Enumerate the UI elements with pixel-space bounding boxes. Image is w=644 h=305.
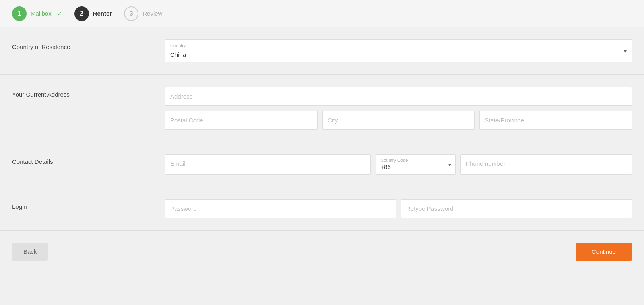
login-content <box>165 199 632 218</box>
contact-details-content: Country Code +86 ▾ +86 China +1 USA +44 … <box>165 154 632 175</box>
contact-inner-row: Country Code +86 ▾ +86 China +1 USA +44 … <box>165 154 632 175</box>
country-select-wrapper[interactable]: Country China United States United Kingd… <box>165 39 632 62</box>
contact-details-row: Contact Details Country Code +86 ▾ +86 C… <box>0 142 644 187</box>
country-code-wrapper[interactable]: Country Code +86 ▾ +86 China +1 USA +44 … <box>376 154 456 175</box>
country-of-residence-label: Country of Residence <box>12 39 165 50</box>
postal-code-wrapper[interactable] <box>165 111 318 130</box>
phone-input[interactable] <box>461 155 632 173</box>
contact-details-label: Contact Details <box>12 154 165 165</box>
password-wrapper[interactable] <box>165 199 396 218</box>
email-input[interactable] <box>165 155 370 173</box>
step-1-label: Mailbox <box>31 10 52 17</box>
stepper-header: 1 Mailbox ✓ 2 Renter 3 Review <box>0 0 644 27</box>
address-sub-row <box>165 111 632 130</box>
current-address-row: Your Current Address <box>0 75 644 142</box>
state-province-input[interactable] <box>480 111 632 129</box>
retype-password-input[interactable] <box>401 200 632 218</box>
retype-password-wrapper[interactable] <box>401 199 632 218</box>
password-input[interactable] <box>165 200 396 218</box>
step-1-circle: 1 <box>12 6 27 21</box>
login-inner-row <box>165 199 632 218</box>
current-address-content <box>165 87 632 130</box>
city-input[interactable] <box>323 111 475 129</box>
step-1-checkmark: ✓ <box>57 10 62 17</box>
address-input-wrapper[interactable] <box>165 87 632 106</box>
postal-code-input[interactable] <box>165 111 317 129</box>
state-province-wrapper[interactable] <box>479 111 632 130</box>
continue-button[interactable]: Continue <box>576 243 632 261</box>
login-row: Login <box>0 187 644 231</box>
step-2-circle: 2 <box>74 6 89 21</box>
address-input[interactable] <box>165 87 632 105</box>
login-label: Login <box>12 199 165 210</box>
step-3-label: Review <box>142 10 162 17</box>
step-3: 3 Review <box>124 6 162 21</box>
step-2[interactable]: 2 Renter <box>74 6 112 21</box>
back-button[interactable]: Back <box>12 243 48 261</box>
step-2-label: Renter <box>93 10 112 17</box>
footer-bar: Back Continue <box>0 231 644 273</box>
city-wrapper[interactable] <box>322 111 475 130</box>
country-of-residence-content: Country China United States United Kingd… <box>165 39 632 62</box>
email-wrapper[interactable] <box>165 154 371 175</box>
phone-wrapper[interactable] <box>460 154 632 175</box>
main-content: Country of Residence Country China Unite… <box>0 27 644 273</box>
country-select[interactable]: China United States United Kingdom <box>165 40 632 62</box>
current-address-label: Your Current Address <box>12 87 165 98</box>
step-3-circle: 3 <box>124 6 138 21</box>
step-1[interactable]: 1 Mailbox ✓ <box>12 6 62 21</box>
country-of-residence-row: Country of Residence Country China Unite… <box>0 27 644 75</box>
